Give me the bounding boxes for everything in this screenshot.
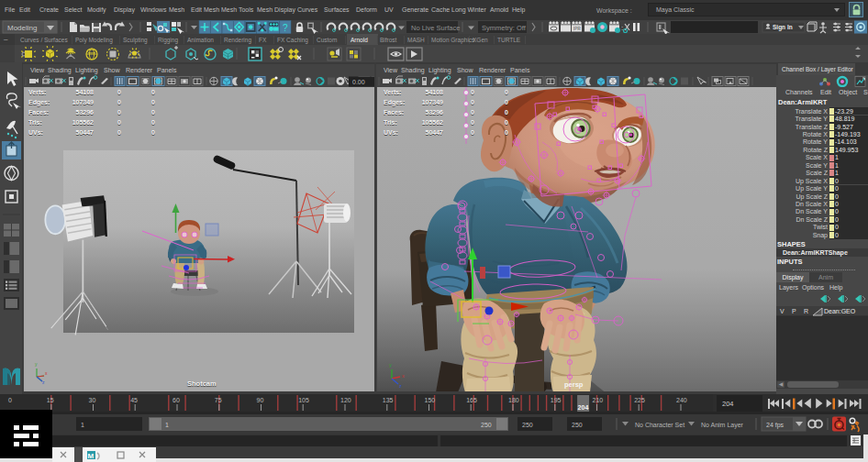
- svg-text:60: 60: [172, 397, 180, 403]
- svg-text:Shading: Shading: [48, 67, 72, 74]
- svg-text:Shading: Shading: [401, 67, 425, 74]
- svg-text:204: 204: [722, 400, 734, 408]
- svg-text:Sign In: Sign In: [773, 24, 793, 31]
- svg-text:View: View: [384, 67, 398, 73]
- svg-text:195: 195: [551, 397, 562, 403]
- svg-text:165: 165: [466, 397, 477, 403]
- svg-text:150: 150: [425, 397, 436, 403]
- svg-text:105: 105: [298, 397, 309, 403]
- svg-text:Lighting: Lighting: [428, 67, 451, 74]
- svg-text:0.00: 0.00: [352, 79, 365, 85]
- svg-text:1: 1: [81, 422, 84, 428]
- svg-text:210: 210: [593, 397, 604, 403]
- svg-text:0: 0: [8, 397, 12, 403]
- svg-text:Show: Show: [457, 67, 473, 73]
- svg-text:Panels: Panels: [157, 67, 177, 73]
- svg-text:Show: Show: [104, 67, 120, 73]
- svg-text:90: 90: [257, 397, 264, 403]
- svg-text:Panels: Panels: [510, 67, 530, 73]
- svg-text:Symmetry: Off: Symmetry: Off: [482, 24, 527, 32]
- svg-text:Modeling: Modeling: [7, 24, 37, 32]
- svg-text:30: 30: [89, 397, 96, 403]
- svg-text:M: M: [88, 452, 95, 460]
- svg-text:No Live Surface: No Live Surface: [411, 24, 460, 32]
- svg-text:15: 15: [47, 397, 54, 403]
- svg-text:204: 204: [578, 404, 589, 411]
- svg-text:250: 250: [522, 422, 533, 428]
- svg-text:View: View: [30, 67, 45, 73]
- svg-text:120: 120: [340, 397, 351, 403]
- svg-text:?: ?: [283, 23, 288, 33]
- svg-text:Renderer: Renderer: [479, 67, 506, 73]
- svg-text:180: 180: [508, 397, 519, 403]
- svg-text:45: 45: [130, 397, 138, 403]
- svg-text:225: 225: [634, 397, 645, 403]
- svg-text::: :: [621, 24, 623, 32]
- svg-text:1: 1: [165, 422, 169, 428]
- svg-text:135: 135: [383, 397, 394, 403]
- svg-text:Renderer: Renderer: [126, 67, 153, 73]
- svg-text:x: x: [402, 373, 405, 379]
- svg-text:z: z: [399, 383, 402, 389]
- svg-text:75: 75: [215, 397, 222, 403]
- svg-text:IPR: IPR: [573, 26, 582, 31]
- svg-text:Lighting: Lighting: [75, 67, 98, 74]
- svg-text:No Anim Layer: No Anim Layer: [701, 422, 744, 429]
- svg-text:250: 250: [572, 422, 583, 428]
- svg-text:persp: persp: [564, 380, 584, 389]
- svg-text:24 fps: 24 fps: [766, 422, 785, 429]
- svg-text:No Character Set: No Character Set: [635, 422, 684, 428]
- svg-text:250: 250: [481, 422, 492, 428]
- svg-text:240: 240: [676, 397, 687, 403]
- svg-text:y: y: [389, 362, 392, 368]
- svg-text:Shotcam: Shotcam: [187, 380, 217, 388]
